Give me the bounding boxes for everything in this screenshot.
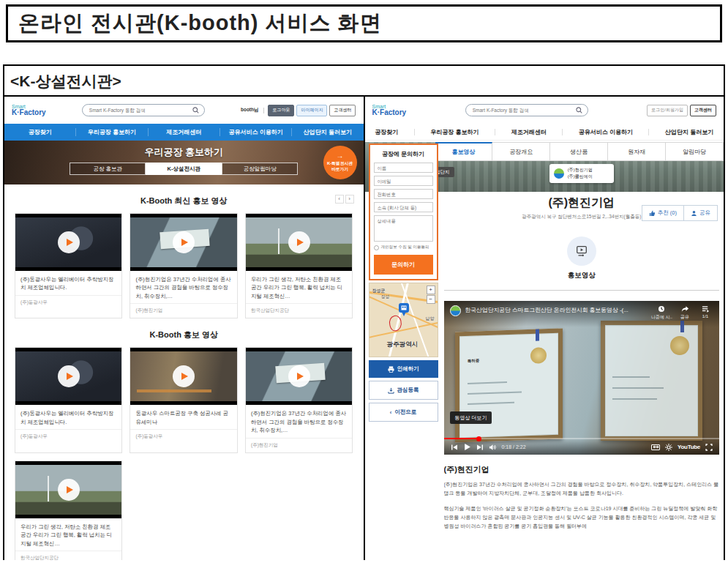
tab-raw-materials[interactable]: 원자재 [608,142,666,161]
inquiry-panel: 공장에 문의하기 개인정보 수집 및 이용동의 문의하기 [369,143,438,280]
nav-industrial-complex[interactable]: 산업단지 둘러보기 [661,128,718,136]
printer-icon [388,366,394,373]
favorite-button[interactable]: 관심등록 [369,381,438,400]
support-center-button[interactable]: 고객센터 [329,105,356,116]
play-icon[interactable] [58,365,80,387]
zoom-in-button[interactable]: + [427,286,435,294]
channel-avatar[interactable] [450,305,461,316]
print-button[interactable]: 인쇄하기 [369,360,438,378]
nav-industrial-complex[interactable]: 산업단지 둘러보기 [291,128,363,136]
nav-shared-service[interactable]: 공유서비스 이용하기 [219,128,291,136]
video-card[interactable]: 우리가 그린 생각, 저탄소 친환경 제조 공간 우리가 그린 행복, 활력 넘… [245,213,353,318]
share-button[interactable]: 공유 [683,206,717,220]
carousel-next-button[interactable]: › [345,195,354,204]
email-field[interactable] [374,176,433,186]
video-title: (주)현진기업은 37년간 수처리업에 종사하면서 그간의 경험을 바탕으로 정… [130,271,236,303]
play-button[interactable] [463,443,471,451]
right-header-buttons: 로그인/회원가입 고객센터 [647,105,716,116]
tab-notice-board[interactable]: 알림마당 [666,142,724,161]
search-input[interactable] [471,107,576,113]
video-thumbnail[interactable] [15,214,121,271]
subtitles-icon[interactable] [651,444,660,450]
mypage-button[interactable]: 마이페이지 [296,105,327,116]
divider [648,129,649,135]
video-company: (주)동광사우 [15,295,121,310]
detail-textarea[interactable] [374,215,433,242]
tab-products[interactable]: 생산품 [550,142,608,161]
gold-seal [530,348,546,365]
video-thumbnail[interactable] [130,214,236,271]
more-videos-tooltip: 동영상 더보기 [450,411,492,424]
video-thumbnail[interactable] [15,461,121,518]
video-card[interactable]: (주)현진기업은 37년간 수처리업에 종사하면서 그간의 경험을 바탕으로 정… [130,213,237,318]
search-icon[interactable] [576,107,582,113]
watch-later-button[interactable]: 나중에 시.. [651,305,672,321]
search-box[interactable] [465,104,588,116]
affiliation-field[interactable] [374,202,433,212]
play-icon[interactable] [58,479,80,501]
kfactory-logo[interactable]: Smart K·Factory [12,104,46,117]
k-special-exhibit-shortcut[interactable]: → K-특별전시관 바로가기 [323,146,357,179]
support-center-button[interactable]: 고객센터 [690,105,716,116]
video-card[interactable]: (주)현진기업은 37년간 수처리업에 종사하면서 그간의 경험을 바탕으로 정… [245,347,353,452]
carousel-prev-button[interactable]: ‹ [335,195,344,204]
inquiry-submit-button[interactable]: 문의하기 [374,255,433,275]
name-field[interactable] [374,163,433,173]
play-icon[interactable] [288,231,310,253]
nav-trade-center[interactable]: 제조거래센터 [148,128,219,136]
zoom-out-button[interactable]: − [427,295,435,304]
search-box[interactable] [82,104,205,116]
youtube-player[interactable]: 특허증 한국산업단지공단 스마트그린산단 온라인전시회 홍보동영상 -(... [444,301,720,455]
nav-trade-center[interactable]: 제조거래센터 [507,128,551,136]
video-card[interactable]: (주)동광사우는 엘리베이터 추락방지장치 제조업체입니다. (주)동광사우 [15,347,122,452]
ribbon [536,329,539,341]
kfactory-logo[interactable]: Smart K·Factory [372,104,407,117]
logo-bottom-text: K·Factory [12,109,46,117]
video-thumbnail[interactable] [15,348,121,405]
login-signup-button[interactable]: 로그인/회원가입 [647,105,688,116]
video-player-title[interactable]: 한국산업단지공단 스마트그린산단 온라인전시회 홍보동영상 -(... [465,305,647,314]
video-thumbnail[interactable] [246,348,352,405]
left-header-buttons: booth님 로그아웃 마이페이지 고객센터 [241,105,356,116]
volume-button[interactable] [489,444,497,451]
nav-shared-service[interactable]: 공유서비스 이용하기 [574,128,637,136]
play-icon[interactable] [58,231,80,253]
back-button[interactable]: ‹ 이전으로 [369,403,438,422]
youtube-logo[interactable]: YouTube [678,444,700,450]
video-card[interactable]: 우리가 그린 생각, 저탄소 친환경 제조 공간 우리가 그린 행복, 활력 넘… [15,461,122,560]
map-marker-icon[interactable] [398,302,410,317]
about-paragraph-1: (주)현진기업은 37년간 수처리업에 종사하면서 그간의 경험을 바탕으로 정… [444,480,720,498]
tab-promo-video[interactable]: 홍보영상 [435,142,493,161]
nav-factory-promo[interactable]: 우리공장 홍보하기 [75,128,147,136]
video-card[interactable]: (주)동광사우는 엘리베이터 추락방지장치 제조업체입니다. (주)동광사우 [15,213,122,318]
nav-factory-find[interactable]: 공장찾기 [370,128,402,136]
play-icon[interactable] [288,365,310,387]
tab-k-permanent-exhibit[interactable]: K-상설전시관 [146,163,222,175]
search-input[interactable] [88,107,192,113]
privacy-consent[interactable]: 개인정보 수집 및 이용동의 [374,245,433,250]
time-display: 0:18 / 2:22 [502,444,526,450]
video-thumbnail[interactable] [130,348,236,405]
previous-button[interactable] [451,444,458,451]
playlist-icon [702,305,710,313]
tab-factory-promo-hall[interactable]: 공장 홍보관 [70,163,146,175]
video-card[interactable]: 동광사우 스마트공장 구축 성공사례 공유세미나 (주)동광사우 [130,347,237,452]
download-tray-icon [388,387,394,394]
playlist-button[interactable]: 1/1 [697,305,713,318]
logout-button[interactable]: 로그아웃 [268,105,294,116]
nav-factory-find[interactable]: 공장찾기 [4,128,75,136]
nav-factory-promo[interactable]: 우리공장 홍보하기 [426,128,483,136]
player-share-button[interactable]: 공유 [677,305,693,321]
settings-gear-icon[interactable] [665,444,672,451]
next-button[interactable] [476,444,484,451]
screenshot-panels: Smart K·Factory booth님 로그아웃 마이페이지 고객센터 공… [4,97,724,560]
video-thumbnail[interactable] [246,214,352,271]
radio-icon[interactable] [374,245,379,250]
fullscreen-button[interactable] [705,444,713,451]
location-map[interactable]: 장성군 장성 담양 광주광역시 + − [369,283,438,357]
tab-factory-overview[interactable]: 공장개요 [492,142,550,161]
phone-field[interactable] [374,189,433,199]
search-icon[interactable] [192,107,199,113]
recommend-button[interactable]: 추천 (0) [642,206,683,220]
tab-factory-notice[interactable]: 공장알림마당 [222,163,298,175]
